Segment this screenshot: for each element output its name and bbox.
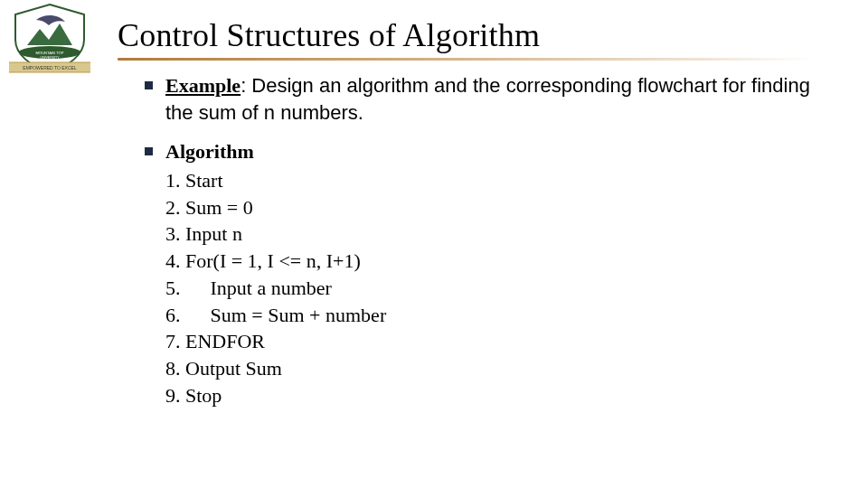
logo-banner-text: EMPOWERED TO EXCEL	[23, 65, 76, 70]
step-line: 6. Sum = Sum + number	[165, 304, 386, 326]
title-underline	[118, 58, 814, 61]
logo-uni-sub: UNIVERSITY	[40, 56, 60, 60]
step-line: 2. Sum = 0	[165, 196, 253, 219]
step-line: 8. Output Sum	[165, 357, 282, 380]
example-bullet-row: Example: Design an algorithm and the cor…	[145, 72, 832, 126]
example-label: Example	[165, 74, 241, 97]
example-text: Example: Design an algorithm and the cor…	[165, 72, 832, 126]
step-line: 5. Input a number	[165, 277, 332, 299]
slide: MOUNTAIN TOP UNIVERSITY EMPOWERED TO EXC…	[0, 0, 868, 488]
algorithm-bullet-row: Algorithm	[145, 138, 832, 165]
slide-body: Example: Design an algorithm and the cor…	[145, 72, 832, 408]
algorithm-steps: 1. Start 2. Sum = 0 3. Input n 4. For(I …	[165, 167, 832, 408]
university-logo: MOUNTAIN TOP UNIVERSITY EMPOWERED TO EXC…	[9, 2, 90, 74]
step-line: 3. Input n	[165, 222, 242, 245]
title-area: Control Structures of Algorithm	[118, 16, 823, 61]
square-bullet-icon	[145, 81, 153, 89]
square-bullet-icon	[145, 147, 153, 155]
step-line: 9. Stop	[165, 384, 222, 407]
step-line: 7. ENDFOR	[165, 330, 265, 352]
slide-title: Control Structures of Algorithm	[118, 16, 823, 54]
algorithm-heading: Algorithm	[165, 138, 254, 165]
example-description: : Design an algorithm and the correspond…	[165, 74, 810, 124]
logo-uni-name: MOUNTAIN TOP	[36, 51, 64, 55]
step-line: 4. For(I = 1, I <= n, I+1)	[165, 249, 361, 272]
step-line: 1. Start	[165, 169, 223, 192]
